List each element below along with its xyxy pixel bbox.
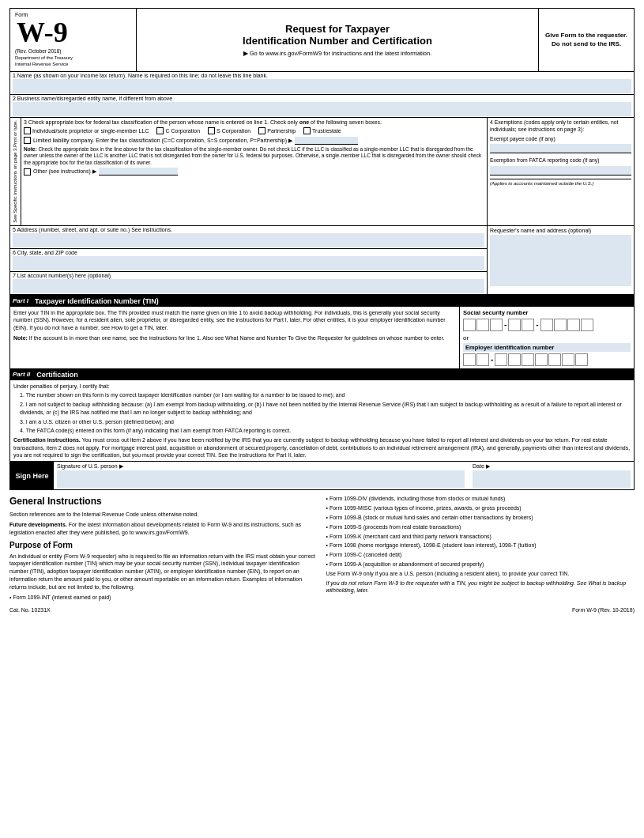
s-corp-checkbox[interactable]: [208, 127, 215, 134]
s-corp-label: S Corporation: [217, 128, 250, 134]
trust-checkbox-item[interactable]: Trust/estate: [303, 127, 341, 134]
ein-box[interactable]: [535, 353, 548, 366]
ssn-box[interactable]: [476, 319, 489, 331]
tin-right: Social security number - -: [460, 307, 634, 368]
partnership-checkbox[interactable]: [258, 127, 266, 134]
section-567: 5 Address (number, street, and apt. or s…: [10, 226, 634, 295]
note-label: Note:: [24, 146, 37, 152]
gi-right: • Form 1099-DIV (dividends, including th…: [326, 495, 635, 602]
requester-input[interactable]: [490, 235, 631, 286]
gi-right-bullet-3-text: • Form 1099-S (proceeds from real estate…: [326, 523, 461, 531]
section-3: 3 Check appropriate box for federal tax …: [21, 118, 488, 225]
requester-label: Requester's name and address (optional): [490, 228, 631, 233]
signature-input[interactable]: [57, 470, 465, 488]
sign-label: Sign Here: [10, 462, 54, 489]
ein-box[interactable]: [508, 353, 521, 366]
ein-box[interactable]: [562, 353, 574, 366]
line4-label: 4 Exemptions (codes apply only to certai…: [490, 119, 631, 134]
s-corp-checkbox-item[interactable]: S Corporation: [208, 127, 250, 134]
gi-right-bullet-4-text: • Form 1099-K (merchant card and third p…: [326, 533, 491, 541]
date-input[interactable]: [473, 470, 631, 488]
gi-left: General Instructions Section references …: [9, 495, 318, 602]
section-4: 4 Exemptions (codes apply only to certai…: [488, 118, 634, 225]
ssn-group2: [508, 319, 534, 331]
exempt-payee-input[interactable]: [490, 144, 631, 153]
gi-future: Future developments. For the latest info…: [9, 521, 318, 537]
ein-box[interactable]: [476, 353, 489, 366]
partnership-label: Partnership: [267, 128, 296, 134]
cert-instructions: Certification instructions. You must cro…: [13, 436, 631, 459]
gi-right-bullet-0-text: • Form 1099-DIV (dividends, including th…: [326, 495, 506, 503]
gi-right-return-text: If you do not return Form W-9 to the req…: [326, 579, 635, 595]
llc-row: Limited liability company. Enter the tax…: [24, 137, 484, 145]
llc-checkbox[interactable]: [24, 137, 31, 144]
llc-label: Limited liability company. Enter the tax…: [33, 138, 292, 144]
classification-checkboxes: Individual/sole proprietor or single-mem…: [24, 127, 484, 134]
trust-checkbox[interactable]: [303, 127, 311, 134]
line5-block: 5 Address (number, street, and apt. or s…: [10, 226, 487, 249]
signature-wrap: Signature of U.S. person ▶: [57, 463, 465, 488]
header-center: Request for Taxpayer Identification Numb…: [137, 9, 539, 71]
line1-section: 1 Name (as shown on your income tax retu…: [10, 72, 634, 95]
cert3: 3. I am a U.S. citizen or other U.S. per…: [20, 418, 631, 426]
c-corp-checkbox[interactable]: [156, 127, 164, 134]
c-corp-checkbox-item[interactable]: C Corporation: [156, 127, 200, 134]
line2-input[interactable]: [13, 102, 631, 116]
ein-box[interactable]: [522, 353, 534, 366]
gi-right-bullet-7-text: • Form 1099-A (acquisition or abandonmen…: [326, 561, 484, 568]
ssn-box[interactable]: [554, 319, 567, 331]
rev-label: (Rev. October 2018): [15, 48, 131, 54]
gi-bullet1: • Form 1099-INT (interest earned or paid…: [9, 594, 318, 602]
ssn-box[interactable]: [463, 319, 476, 331]
ein-box[interactable]: [463, 353, 476, 366]
gi-right-bullet-1: • Form 1099-MISC (various types of incom…: [326, 504, 635, 512]
ein-box[interactable]: [575, 353, 588, 366]
ssn-box[interactable]: [567, 319, 580, 331]
gi-purpose-title: Purpose of Form: [9, 540, 318, 551]
ein-dash: -: [491, 355, 493, 364]
part2-content: Under penalties of perjury, I certify th…: [9, 380, 635, 462]
exempt-payee-block: Exempt payee code (if any): [490, 136, 631, 154]
individual-checkbox[interactable]: [24, 127, 31, 134]
line1-input[interactable]: [13, 79, 631, 93]
ssn-box[interactable]: [581, 319, 593, 331]
line7-input[interactable]: [13, 279, 484, 293]
gi-right-bullet-1-text: • Form 1099-MISC (various types of incom…: [326, 504, 522, 512]
gi-right-bullet-5: • Form 1098 (home mortgage interest), 10…: [326, 542, 635, 549]
ssn-group1: [463, 319, 503, 331]
form-body: 1 Name (as shown on your income tax retu…: [9, 72, 635, 296]
line7-block: 7 List account number(s) here (optional): [10, 272, 487, 294]
llc-input[interactable]: [295, 137, 358, 145]
individual-checkbox-item[interactable]: Individual/sole proprietor or single-mem…: [24, 127, 149, 134]
ein-box[interactable]: [548, 353, 561, 366]
requester-address-block: Requester's name and address (optional): [488, 226, 634, 294]
ssn-box[interactable]: [490, 319, 503, 331]
tin-left: Enter your TIN in the appropriate box. T…: [10, 307, 460, 368]
sign-fields: Signature of U.S. person ▶ Date ▶: [54, 462, 634, 489]
ssn-box[interactable]: [540, 319, 553, 331]
partnership-checkbox-item[interactable]: Partnership: [258, 127, 296, 134]
header-right: Give Form to the requester. Do not send …: [539, 9, 634, 71]
ssn-box[interactable]: [508, 319, 521, 331]
ssn-box[interactable]: [522, 319, 534, 331]
or-text: or: [463, 334, 631, 342]
other-checkbox[interactable]: [24, 168, 31, 176]
part1-label: Part I: [13, 297, 28, 304]
line5-input[interactable]: [13, 233, 484, 247]
ein-boxes: -: [463, 353, 631, 366]
title1: Request for Taxpayer: [285, 23, 390, 35]
ssn-dash2: -: [536, 320, 538, 329]
fatca-label: Exemption from FATCA reporting code (if …: [490, 157, 600, 163]
give-form-text: Give Form to the requester. Do not send …: [544, 31, 629, 48]
tin-note: Note: If the account is in more than one…: [13, 334, 456, 342]
line6-input[interactable]: [13, 256, 484, 270]
ein-box[interactable]: [495, 353, 507, 366]
other-input[interactable]: [99, 168, 178, 176]
fatca-input[interactable]: [490, 166, 631, 176]
other-label: Other (see instructions) ▶: [33, 168, 96, 175]
other-row: Other (see instructions) ▶: [24, 168, 484, 176]
trust-label: Trust/estate: [312, 128, 341, 134]
line6-block: 6 City, state, and ZIP code: [10, 249, 487, 272]
footer-cat: Cat. No. 10231X: [9, 607, 51, 613]
cert1: 1. The number shown on this form is my c…: [20, 391, 631, 399]
